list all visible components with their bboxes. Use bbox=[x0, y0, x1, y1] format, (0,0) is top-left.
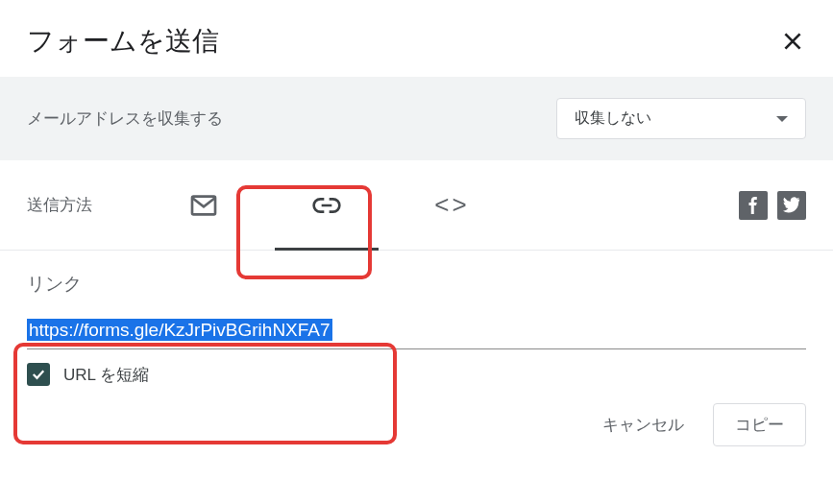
share-facebook-button[interactable] bbox=[739, 191, 768, 220]
tab-email[interactable] bbox=[142, 160, 265, 251]
facebook-icon bbox=[745, 197, 762, 214]
email-collect-select[interactable]: 収集しない bbox=[556, 98, 806, 139]
link-section: リンク https://forms.gle/KzJrPivBGrihNXFA7 … bbox=[0, 251, 833, 386]
shorten-url-label: URL を短縮 bbox=[63, 364, 149, 386]
shorten-url-checkbox[interactable] bbox=[27, 363, 50, 386]
code-icon: < > bbox=[434, 190, 465, 220]
email-collect-label: メールアドレスを収集する bbox=[27, 108, 223, 130]
tab-embed[interactable]: < > bbox=[388, 160, 511, 251]
link-icon bbox=[311, 190, 342, 221]
share-twitter-button[interactable] bbox=[777, 191, 806, 220]
dialog-title: フォームを送信 bbox=[27, 23, 219, 60]
send-method-row: 送信方法 < > bbox=[0, 160, 833, 251]
link-section-title: リンク bbox=[27, 272, 806, 297]
dialog-footer: キャンセル コピー bbox=[0, 386, 833, 446]
send-method-label: 送信方法 bbox=[27, 194, 92, 216]
tab-link[interactable] bbox=[265, 160, 388, 251]
cancel-button[interactable]: キャンセル bbox=[587, 404, 699, 445]
twitter-icon bbox=[783, 197, 800, 214]
close-button[interactable] bbox=[779, 28, 806, 55]
link-url-field[interactable]: https://forms.gle/KzJrPivBGrihNXFA7 bbox=[27, 314, 806, 349]
email-icon bbox=[188, 190, 219, 221]
link-url-value: https://forms.gle/KzJrPivBGrihNXFA7 bbox=[27, 319, 332, 341]
close-icon bbox=[780, 29, 805, 54]
copy-button[interactable]: コピー bbox=[713, 403, 806, 446]
check-icon bbox=[30, 366, 47, 383]
email-collect-row: メールアドレスを収集する 収集しない bbox=[0, 77, 833, 160]
social-share bbox=[739, 191, 806, 220]
send-method-tabs: < > bbox=[142, 160, 511, 251]
dialog-header: フォームを送信 bbox=[0, 0, 833, 77]
shorten-url-row: URL を短縮 bbox=[27, 363, 806, 386]
email-collect-selected: 収集しない bbox=[575, 108, 651, 129]
chevron-down-icon bbox=[776, 116, 788, 122]
